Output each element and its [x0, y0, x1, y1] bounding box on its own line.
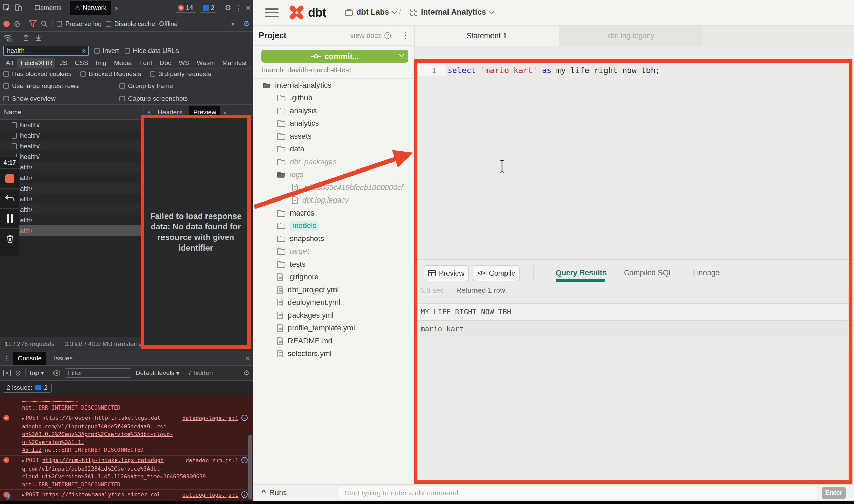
tree-item-dbt-log-legacy[interactable]: dbt.log.legacy	[253, 194, 415, 207]
console-kebab-icon[interactable]: ⋮	[3, 354, 10, 362]
throttling-select[interactable]: Offline	[159, 20, 178, 28]
device-toolbar-icon[interactable]	[14, 4, 23, 12]
network-filter-input[interactable]: health ⊗	[3, 46, 89, 56]
checkbox-show-overview[interactable]: Show overview	[3, 95, 119, 102]
network-settings-gear-icon[interactable]: ⚙	[243, 19, 250, 28]
console-error-row[interactable]: ✕▶POST https://rum-http-intake.logs.data…	[0, 455, 253, 490]
console-sidebar-icon[interactable]	[3, 370, 11, 376]
console-settings-gear-icon[interactable]: ⚙	[243, 369, 250, 377]
tree-item-snapshots[interactable]: snapshots	[253, 232, 415, 245]
import-har-icon[interactable]	[22, 34, 30, 42]
undo-icon[interactable]	[0, 189, 19, 208]
source-link[interactable]: datadog-logs.js:1	[182, 491, 238, 499]
tree-item--github[interactable]: .github	[253, 92, 415, 105]
close-icon[interactable]: ×	[246, 3, 251, 13]
console-link[interactable]: https://browser-http-intake.logs.dat	[42, 415, 160, 421]
levels-select[interactable]: Default levels ▾	[136, 369, 180, 377]
tab-network[interactable]: ⚠ Network	[70, 1, 111, 15]
enter-button[interactable]: Enter	[822, 487, 846, 499]
request-row[interactable]: health/	[0, 120, 143, 130]
tree-item-target[interactable]: target	[253, 245, 415, 258]
request-row[interactable]: alth/	[0, 173, 143, 183]
console-link[interactable]: on%3A3.0.2%2Cenv%3Aprod%2Cservice%3Adbt-…	[22, 431, 173, 445]
filter-chip-all[interactable]: All	[3, 58, 16, 68]
request-row[interactable]: alth/	[0, 183, 143, 194]
console-scrollbar[interactable]	[248, 435, 252, 500]
filter-chip-font[interactable]: Font	[136, 58, 155, 68]
close-console-icon[interactable]: ×	[245, 354, 250, 363]
record-icon[interactable]	[3, 21, 10, 27]
settings-gear-icon[interactable]: ⚙	[225, 3, 231, 12]
network-conditions-icon[interactable]	[3, 34, 12, 42]
tree-item-analysis[interactable]: analysis	[253, 104, 415, 117]
tree-item-readme-md[interactable]: README.md	[253, 335, 415, 347]
tree-item-analytics[interactable]: analytics	[253, 117, 415, 130]
kebab-menu-icon[interactable]: ⋮	[235, 3, 242, 12]
clear-filter-icon[interactable]: ⊗	[81, 48, 86, 55]
checkbox-use-large-request-rows[interactable]: Use large request rows	[3, 82, 119, 90]
console-link[interactable]: https://fishtownanalytics.sinter-col	[42, 491, 160, 498]
trash-icon[interactable]	[0, 229, 19, 249]
filter-chip-fetchxhr[interactable]: Fetch/XHR	[17, 58, 55, 68]
request-row[interactable]: alth/	[0, 204, 143, 215]
tree-item--pf-c3665c416bfecb1000000cf[interactable]: .pf.c3665c416bfecb1000000cf	[253, 181, 415, 194]
export-har-icon[interactable]	[34, 34, 42, 42]
source-link[interactable]: datadog-logs.js:1	[182, 414, 238, 422]
context-select[interactable]: top ▾	[30, 369, 44, 377]
tree-item-dbt-packages[interactable]: dbt_packages	[253, 155, 415, 168]
checkbox-group-by-frame[interactable]: Group by frame	[119, 82, 236, 90]
filter-chip-css[interactable]: CSS	[72, 58, 91, 68]
eye-icon[interactable]	[53, 370, 61, 376]
project-switcher[interactable]: Internal Analytics	[410, 8, 493, 17]
checkbox-has-blocked-cookies[interactable]: Has blocked cookies	[3, 70, 71, 78]
console-error-row[interactable]: ✕▶POST https://browser-http-intake.logs.…	[0, 413, 253, 455]
hamburger-menu-icon[interactable]	[265, 8, 279, 19]
console-error-row[interactable]: ……………………………………………net::ERR_INTERNET_DISCO…	[0, 395, 253, 413]
stop-recording-button[interactable]	[5, 174, 14, 183]
hide-data-urls-checkbox[interactable]: Hide data URLs	[125, 47, 179, 55]
invert-checkbox[interactable]: Invert	[94, 47, 119, 55]
tree-item-logs[interactable]: logs	[253, 168, 415, 181]
info-icon[interactable]: i	[241, 457, 248, 463]
console-link[interactable]: ……………………………………………	[22, 397, 78, 403]
dbt-command-input[interactable]: Start typing to enter a dbt command	[338, 487, 817, 499]
request-row[interactable]: alth/	[0, 215, 143, 225]
view-docs-link[interactable]: view docs ?	[350, 31, 391, 40]
info-icon[interactable]: i	[241, 415, 248, 421]
sidebar-kebab-icon[interactable]: ⋮	[397, 31, 409, 40]
tree-item-models[interactable]: models	[253, 220, 415, 233]
disable-cache-checkbox[interactable]: Disable cache	[106, 20, 155, 28]
request-row[interactable]: alth/	[0, 194, 143, 204]
console-link[interactable]: https://rum-http-intake.logs.datadogh	[42, 457, 163, 463]
pause-icon[interactable]	[0, 209, 19, 228]
clear-console-icon[interactable]: ⊘	[15, 369, 21, 377]
request-row[interactable]: alth/	[0, 162, 143, 173]
commit-options-chevron-icon[interactable]	[399, 52, 404, 57]
tab-dbt-log-legacy[interactable]: dbt.log.legacy	[559, 26, 703, 46]
console-link[interactable]: 45.112	[22, 447, 42, 453]
source-link[interactable]: datadog-rum.js:1	[186, 457, 238, 464]
sql-editor[interactable]: 1 select 'mario kart' as my_life_right_n…	[415, 46, 854, 259]
clear-icon[interactable]: ⊘	[14, 19, 20, 29]
tree-item-tests[interactable]: tests	[253, 258, 415, 271]
console-link[interactable]: adoghq.com/v1/input/pub740de5f405dcdaa9.…	[22, 423, 167, 430]
tree-item-deployment-yml[interactable]: deployment.yml	[253, 296, 415, 309]
tab-elements[interactable]: Elements	[30, 1, 66, 15]
tree-item-dbt-project-yml[interactable]: dbt_project.yml	[253, 283, 415, 296]
tree-item-macros[interactable]: macros	[253, 207, 415, 220]
console-filter-input[interactable]: Filter	[65, 368, 131, 378]
tab-issues[interactable]: Issues	[49, 352, 77, 365]
commit-button[interactable]: commit...	[261, 50, 408, 63]
tab-lineage[interactable]: Lineage	[693, 268, 720, 277]
filter-chip-manifest[interactable]: Manifest	[219, 58, 250, 68]
tab-statement-1[interactable]: Statement 1	[415, 26, 559, 46]
console-link[interactable]: cloud-ui%2Cversion%3A1.1.45.112&batch_ti…	[22, 473, 206, 480]
compile-button[interactable]: </> Compile	[473, 265, 520, 281]
inspect-icon[interactable]	[3, 4, 11, 12]
search-icon[interactable]	[41, 20, 48, 28]
filter-funnel-icon[interactable]	[29, 20, 37, 27]
tab-console[interactable]: Console	[13, 352, 46, 365]
preview-button[interactable]: Preview	[424, 265, 469, 281]
tree-item-data[interactable]: data	[253, 143, 415, 156]
console-prompt[interactable]: ❯	[5, 491, 11, 499]
